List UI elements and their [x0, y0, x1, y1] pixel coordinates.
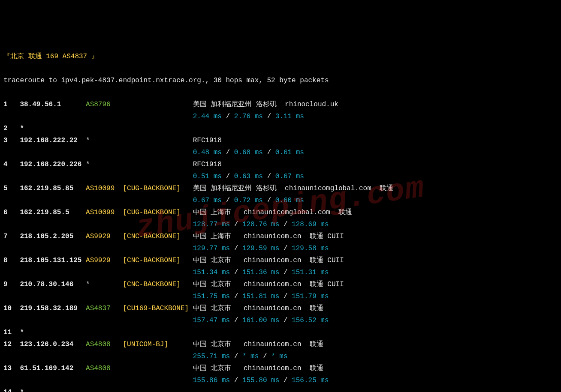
hop-latency-row: 155.86 ms / 155.80 ms / 156.25 ms [3, 374, 558, 386]
hop-row: 4 192.168.220.226 * RFC1918 [3, 159, 558, 171]
hop-geo: 中国 北京市 chinaunicom.cn 联通 [193, 305, 323, 312]
hop-number: 7 [3, 233, 20, 240]
hop-latency: 128.69 ms [292, 221, 329, 228]
latency-separator: / [230, 353, 242, 360]
hop-backbone-tag [123, 389, 193, 392]
hop-asn [86, 389, 123, 392]
hop-asn: AS10099 [86, 185, 123, 192]
hop-latency: 2.44 ms [193, 113, 222, 120]
hop-backbone-tag: [CNC-BACKBONE] [123, 257, 193, 264]
hop-ip: 218.105.2.205 [20, 233, 86, 240]
hop-ip: 162.219.85.5 [20, 209, 86, 216]
hop-number: 14 [3, 389, 20, 392]
hop-number: 13 [3, 365, 20, 372]
hop-row: 14 * [3, 386, 558, 392]
hop-row: 2 * [3, 123, 558, 135]
hop-ip: * [20, 389, 86, 392]
hop-latency: 161.00 ms [242, 317, 279, 324]
hop-backbone-tag: [CUG-BACKBONE] [123, 185, 193, 192]
hop-ip: 192.168.222.22 [20, 137, 86, 144]
hop-asn: AS4808 [86, 365, 123, 372]
hop-number: 6 [3, 209, 20, 216]
hop-geo: 美国 加利福尼亚州 洛杉矶 chinaunicomglobal.com 联通 [193, 185, 393, 192]
hop-latency: * ms [242, 353, 259, 360]
hop-asn: * [86, 161, 123, 168]
hop-asn [86, 329, 123, 336]
hop-asn [86, 125, 123, 132]
hop-number: 2 [3, 125, 20, 132]
hop-latency: * ms [271, 353, 287, 360]
hop-latency-row: 0.48 ms / 0.68 ms / 0.61 ms [3, 147, 558, 159]
hop-asn: AS10099 [86, 209, 123, 216]
hop-latency: 0.67 ms [275, 173, 304, 180]
latency-separator: / [279, 293, 292, 300]
hop-backbone-tag [123, 365, 193, 372]
hop-asn: * [86, 281, 123, 288]
hop-latency: 151.81 ms [242, 293, 279, 300]
latency-separator: / [230, 221, 242, 228]
hop-ip: 192.168.220.226 [20, 161, 86, 168]
hop-latency: 129.59 ms [242, 245, 279, 252]
hop-asn: AS9929 [86, 233, 123, 240]
hop-ip: 162.219.85.85 [20, 185, 86, 192]
hop-geo: 中国 北京市 chinaunicom.cn 联通 [193, 365, 323, 372]
hop-latency: 2.76 ms [234, 113, 263, 120]
hop-number: 10 [3, 305, 20, 312]
hop-number: 1 [3, 101, 20, 108]
latency-separator: / [222, 197, 234, 204]
latency-separator: / [259, 353, 271, 360]
latency-separator: / [230, 269, 242, 276]
latency-separator: / [263, 173, 275, 180]
hop-latency: 0.51 ms [193, 173, 222, 180]
hop-ip: 210.78.30.146 [20, 281, 86, 288]
latency-separator: / [230, 377, 242, 384]
hop-row: 8 218.105.131.125 AS9929 [CNC-BACKBONE] … [3, 254, 558, 266]
trace-hops: 1 38.49.56.1 AS8796 美国 加利福尼亚州 洛杉矶 rhinoc… [3, 99, 558, 392]
latency-separator: / [263, 149, 275, 156]
hop-latency: 0.63 ms [234, 173, 263, 180]
hop-latency: 0.72 ms [234, 197, 263, 204]
hop-geo: 中国 上海市 chinaunicom.cn 联通 CUII [193, 233, 344, 240]
hop-row: 7 218.105.2.205 AS9929 [CNC-BACKBONE] 中国… [3, 230, 558, 242]
hop-ip: 218.105.131.125 [20, 257, 86, 264]
hop-latency: 0.48 ms [193, 149, 222, 156]
hop-latency-row: 255.71 ms / * ms / * ms [3, 350, 558, 362]
hop-number: 4 [3, 161, 20, 168]
hop-geo: RFC1918 [193, 137, 222, 144]
hop-backbone-tag: [CNC-BACKBONE] [123, 233, 193, 240]
hop-backbone-tag [123, 161, 193, 168]
hop-row: 12 123.126.0.234 AS4808 [UNICOM-BJ] 中国 北… [3, 338, 558, 350]
hop-latency-row: 151.75 ms / 151.81 ms / 151.79 ms [3, 290, 558, 302]
hop-backbone-tag [123, 125, 193, 132]
hop-geo: 中国 北京市 chinaunicom.cn 联通 [193, 341, 323, 348]
latency-separator: / [279, 245, 292, 252]
hop-ip: 61.51.169.142 [20, 365, 86, 372]
hop-latency: 156.52 ms [292, 317, 329, 324]
hop-latency-row: 2.44 ms / 2.76 ms / 3.11 ms [3, 111, 558, 123]
trace-command: traceroute to ipv4.pek-4837.endpoint.nxt… [3, 75, 558, 87]
hop-latency: 155.86 ms [193, 377, 230, 384]
hop-ip: * [20, 329, 86, 336]
hop-geo: RFC1918 [193, 161, 222, 168]
hop-latency: 151.34 ms [193, 269, 230, 276]
hop-backbone-tag: [CNC-BACKBONE] [123, 281, 193, 288]
hop-row: 10 219.158.32.189 AS4837 [CU169-BACKBONE… [3, 302, 558, 314]
hop-geo: 中国 上海市 chinaunicomglobal.com 联通 [193, 209, 352, 216]
hop-latency: 151.31 ms [292, 269, 329, 276]
hop-ip: 123.126.0.234 [20, 341, 86, 348]
hop-latency: 0.67 ms [193, 197, 222, 204]
latency-separator: / [230, 293, 242, 300]
hop-geo: 美国 加利福尼亚州 洛杉矶 rhinocloud.uk [193, 101, 338, 108]
latency-separator: / [279, 317, 292, 324]
hop-asn: AS4837 [86, 305, 123, 312]
hop-row: 1 38.49.56.1 AS8796 美国 加利福尼亚州 洛杉矶 rhinoc… [3, 99, 558, 111]
hop-row: 9 210.78.30.146 * [CNC-BACKBONE] 中国 北京市 … [3, 278, 558, 290]
hop-asn: AS8796 [86, 101, 123, 108]
hop-number: 8 [3, 257, 20, 264]
hop-latency: 157.47 ms [193, 317, 230, 324]
hop-backbone-tag: [CU169-BACKBONE] [123, 305, 193, 312]
hop-latency: 155.80 ms [242, 377, 279, 384]
hop-ip: 219.158.32.189 [20, 305, 86, 312]
hop-latency: 128.77 ms [193, 221, 230, 228]
latency-separator: / [230, 317, 242, 324]
